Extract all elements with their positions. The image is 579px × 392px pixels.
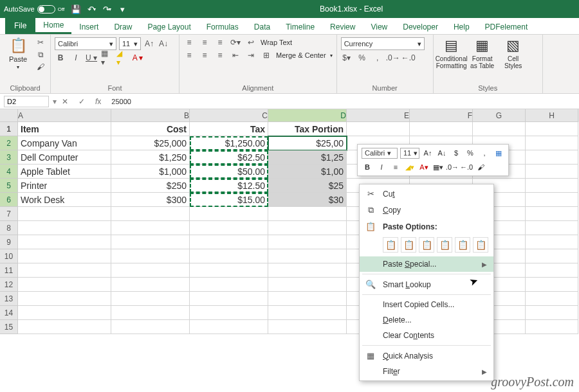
cell-C7[interactable] [190, 207, 268, 221]
cell-D9[interactable] [268, 235, 347, 249]
indent-right-icon[interactable]: ⇥ [245, 50, 257, 60]
fill-color-button[interactable]: ◢ ▾ [116, 53, 128, 63]
mini-bold-icon[interactable]: B [362, 161, 373, 173]
tab-view[interactable]: View [363, 20, 395, 34]
wrap-text-icon[interactable]: ↩ [245, 37, 257, 48]
ctx-delete[interactable]: Delete... [360, 312, 493, 328]
align-center-icon[interactable]: ≡ [199, 50, 210, 60]
col-head-c[interactable]: C [190, 109, 268, 122]
cell-C3[interactable]: $62.50 [190, 150, 268, 165]
cell-C10[interactable] [190, 249, 268, 263]
paste-values-icon[interactable]: 📋 [401, 237, 416, 253]
tab-developer[interactable]: Developer [395, 20, 446, 34]
tab-pdfelement[interactable]: PDFelement [477, 20, 536, 34]
cell-C5[interactable]: $12.50 [190, 179, 268, 193]
ctx-cut[interactable]: ✂Cut [360, 186, 493, 202]
fx-icon[interactable]: fx [90, 97, 106, 106]
paste-transpose-icon[interactable]: 📋 [437, 237, 452, 253]
cell-D5[interactable]: $25 [268, 179, 347, 193]
cell-G1[interactable] [473, 122, 526, 136]
cell-A4[interactable]: Apple Tablet [18, 165, 111, 179]
cell-F1[interactable] [410, 122, 473, 136]
cell-C6[interactable]: $15.00 [190, 193, 268, 207]
ctx-quick-analysis[interactable]: ▦Quick Analysis [360, 348, 493, 364]
cell-B3[interactable]: $1,250 [111, 150, 190, 165]
cell-H2[interactable] [526, 136, 578, 150]
cell-D12[interactable] [268, 278, 347, 292]
cell-A5[interactable]: Printer [18, 179, 111, 193]
mini-comma-icon[interactable]: , [479, 147, 490, 159]
cell-B14[interactable] [111, 306, 190, 320]
ctx-copy[interactable]: ⧉Copy [360, 202, 493, 218]
cell-C2[interactable]: $1,250.00 [190, 136, 268, 150]
cancel-icon[interactable]: ✕ [57, 97, 73, 106]
paste-formatting-icon[interactable]: 📋 [455, 237, 470, 253]
ctx-insert-copied[interactable]: Insert Copied Cells... [360, 297, 493, 312]
copy-icon[interactable]: ⧉ [35, 49, 46, 60]
cell-D1[interactable]: Tax Portion [268, 122, 347, 136]
tab-draw[interactable]: Draw [106, 20, 140, 34]
mini-percent-icon[interactable]: % [464, 147, 476, 159]
row-head-15[interactable]: 15 [0, 320, 18, 334]
cell-A11[interactable] [18, 263, 111, 278]
cell-H1[interactable] [526, 122, 578, 136]
cell-D14[interactable] [268, 306, 347, 320]
cell-A13[interactable] [18, 292, 111, 306]
row-head-6[interactable]: 6 [0, 193, 18, 207]
cell-C15[interactable] [190, 320, 268, 334]
comma-format-icon[interactable]: , [372, 53, 383, 63]
cell-H11[interactable] [526, 263, 578, 278]
font-size-combo[interactable]: 11▾ [119, 37, 141, 50]
mini-font-combo[interactable]: Calibri▾ [362, 148, 398, 159]
cell-C8[interactable] [190, 221, 268, 235]
mini-accounting-icon[interactable]: $ [450, 147, 462, 159]
wrap-text-label[interactable]: Wrap Text [261, 39, 292, 46]
paste-link-icon[interactable]: 📋 [473, 237, 488, 253]
mini-increase-decimal-icon[interactable]: .0→ [446, 161, 458, 173]
paste-button[interactable]: 📋 Paste ▾ [4, 37, 32, 70]
row-head-3[interactable]: 3 [0, 150, 18, 165]
cell-D13[interactable] [268, 292, 347, 306]
ctx-paste-special[interactable]: Paste Special...▶ [360, 256, 493, 272]
format-as-table-button[interactable]: ▦Format as Table [468, 37, 497, 69]
col-head-e[interactable]: E [347, 109, 410, 122]
customize-icon[interactable]: ▾ [117, 4, 127, 14]
cell-B2[interactable]: $25,000 [111, 136, 190, 150]
cell-H13[interactable] [526, 292, 578, 306]
cell-H4[interactable] [526, 165, 578, 179]
orientation-icon[interactable]: ⟳▾ [230, 37, 241, 48]
cell-B5[interactable]: $250 [111, 179, 190, 193]
merge-center-label[interactable]: Merge & Center [276, 51, 326, 59]
cell-B11[interactable] [111, 263, 190, 278]
font-color-button[interactable]: A ▾ [132, 53, 143, 63]
paste-formulas-icon[interactable]: 📋 [419, 237, 434, 253]
indent-left-icon[interactable]: ⇤ [230, 50, 241, 60]
redo-icon[interactable]: ↷▾ [102, 4, 112, 14]
cell-B12[interactable] [111, 278, 190, 292]
name-box[interactable] [4, 96, 49, 107]
align-middle-icon[interactable]: ≡ [199, 37, 210, 48]
ctx-filter[interactable]: Filter▶ [360, 364, 493, 379]
cell-C4[interactable]: $50.00 [190, 165, 268, 179]
select-all-corner[interactable] [0, 109, 18, 122]
cell-A12[interactable] [18, 278, 111, 292]
cell-B4[interactable]: $1,000 [111, 165, 190, 179]
cell-A6[interactable]: Work Desk [18, 193, 111, 207]
cell-D2[interactable]: $25,00 [268, 136, 347, 150]
cell-B8[interactable] [111, 221, 190, 235]
tab-home[interactable]: Home [35, 18, 71, 34]
cell-C9[interactable] [190, 235, 268, 249]
cell-H8[interactable] [526, 221, 578, 235]
cell-H10[interactable] [526, 249, 578, 263]
increase-decimal-icon[interactable]: .0→ [387, 53, 399, 63]
cell-D11[interactable] [268, 263, 347, 278]
mini-fill-icon[interactable]: ◢▾ [404, 161, 416, 173]
cell-B1[interactable]: Cost [111, 122, 190, 136]
tab-file[interactable]: File [5, 17, 35, 34]
undo-icon[interactable]: ↶▾ [86, 4, 96, 14]
number-format-combo[interactable]: Currency▾ [341, 37, 425, 50]
ctx-clear-contents[interactable]: Clear Contents [360, 328, 493, 343]
cell-A14[interactable] [18, 306, 111, 320]
cell-C14[interactable] [190, 306, 268, 320]
row-head-8[interactable]: 8 [0, 221, 18, 235]
